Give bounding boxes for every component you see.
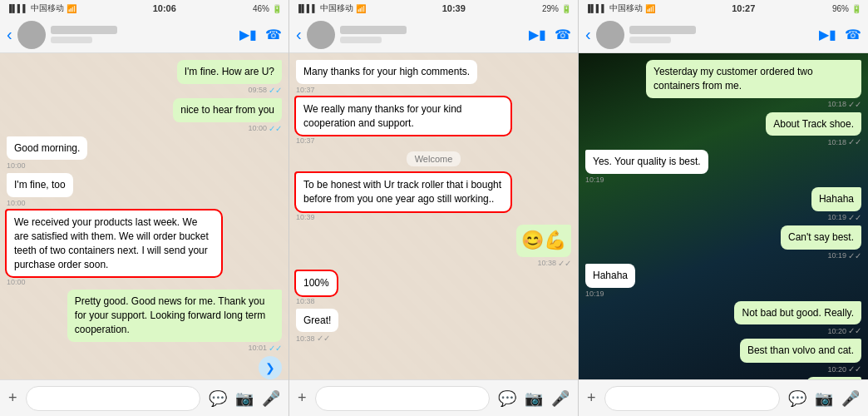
time-label: 10:38 — [537, 259, 556, 267]
chat-bubble-icon[interactable]: 💬 — [788, 389, 806, 408]
sent-message: Can't say best.10:19✓✓ — [781, 225, 861, 260]
received-message: We received your products last week. We … — [7, 210, 221, 286]
phone-icon[interactable]: ☎ — [265, 27, 282, 42]
chat-area: I'm fine. How are U?09:58✓✓nice to hear … — [0, 53, 289, 379]
add-icon[interactable]: + — [587, 389, 596, 407]
message-time: 10:00 — [7, 199, 26, 207]
received-message: Hahaha10:19 — [585, 264, 635, 298]
message-time: 10:00 — [7, 161, 26, 170]
camera-icon[interactable]: 📷 — [815, 389, 833, 408]
message-time: 10:20✓✓ — [827, 326, 861, 335]
message-time: 10:18✓✓ — [827, 137, 861, 146]
signal-icon: ▐▌▌▌ — [296, 4, 318, 12]
sent-message: About Track shoe.10:18✓✓ — [766, 112, 861, 147]
message-bubble: Many thanks for your high comments. — [296, 60, 477, 84]
mic-icon[interactable]: 🎤 — [841, 389, 860, 408]
message-bubble: 100% — [296, 271, 337, 295]
video-icon[interactable]: ▶▮ — [819, 27, 836, 42]
battery-percent: 96% — [832, 4, 849, 13]
camera-icon[interactable]: 📷 — [525, 389, 543, 408]
received-message: 100%10:38 — [296, 271, 337, 305]
back-button[interactable]: ‹ — [7, 25, 12, 44]
time-label: 10:20 — [827, 365, 846, 374]
received-message: Good morning.10:00 — [7, 136, 87, 171]
video-icon[interactable]: ▶▮ — [239, 27, 257, 42]
wifi-icon: 📶 — [67, 4, 76, 13]
chat-bubble-icon[interactable]: 💬 — [209, 389, 227, 408]
battery-icon: 🔋 — [272, 4, 282, 13]
phone-phone2: ▐▌▌▌ 中国移动 📶 10:39 29% 🔋 ‹ ▶▮ ☎ Many than… — [289, 0, 579, 416]
status-bar: ▐▌▌▌ 中国移动 📶 10:27 96% 🔋 — [579, 0, 868, 17]
nav-icons: ▶▮ ☎ — [239, 27, 282, 42]
time-label: 10:37 — [296, 86, 315, 94]
message-bubble: Pretty good. Good news for me. Thank you… — [67, 290, 282, 341]
mic-icon[interactable]: 🎤 — [262, 389, 280, 408]
status-battery: 46% 🔋 — [253, 4, 282, 13]
video-icon[interactable]: ▶▮ — [529, 27, 546, 42]
message-time: 10:39 — [296, 213, 315, 221]
chat-bubble-icon[interactable]: 💬 — [498, 389, 516, 408]
carrier-name: 中国移动 — [31, 2, 64, 14]
status-bar: ▐▌▌▌ 中国移动 📶 10:39 29% 🔋 — [289, 0, 578, 17]
add-icon[interactable]: + — [298, 389, 307, 407]
message-time: 10:19 — [585, 290, 604, 298]
time-label: 10:19 — [827, 251, 846, 260]
sent-message: Pretty good. Good news for me. Thank you… — [67, 290, 282, 379]
received-message: I'm fine, too10:00 — [7, 173, 73, 207]
message-bubble: Good morning. — [7, 136, 87, 161]
mic-icon[interactable]: 🎤 — [551, 389, 570, 408]
avatar — [17, 21, 46, 49]
message-time: 10:19✓✓ — [827, 213, 861, 222]
time-label: 10:38 — [296, 334, 315, 343]
received-message: Yes. Your quality is best.10:19 — [585, 150, 708, 184]
phone-phone3: ▐▌▌▌ 中国移动 📶 10:27 96% 🔋 ‹ ▶▮ ☎ Yesterday… — [579, 0, 868, 416]
received-message: To be honest with Ur track roller that i… — [296, 173, 510, 221]
message-bubble: 😊💪 — [806, 377, 861, 379]
contact-name — [629, 26, 814, 43]
status-time: 10:39 — [442, 3, 466, 13]
message-input[interactable] — [315, 386, 490, 411]
message-time: 10:20✓✓ — [827, 364, 861, 374]
received-message: Great!10:38✓✓ — [296, 309, 338, 344]
wifi-icon: 📶 — [645, 4, 655, 13]
message-time: 10:00 — [7, 278, 26, 286]
time-label: 10:18 — [827, 100, 846, 108]
time-label: 10:20 — [827, 327, 846, 335]
status-time: 10:06 — [153, 3, 176, 13]
time-label: 10:18 — [827, 138, 846, 146]
message-input[interactable] — [26, 386, 200, 411]
wifi-icon: 📶 — [356, 4, 366, 13]
carrier-name: 中国移动 — [320, 2, 353, 14]
bottom-bar: + 💬 📷 🎤 — [289, 379, 578, 416]
scroll-down-button[interactable]: ❯ — [259, 356, 282, 379]
message-time: 10:01✓✓ — [248, 344, 282, 353]
status-battery: 29% 🔋 — [542, 4, 571, 13]
time-label: 10:00 — [7, 199, 26, 207]
message-bubble: I'm fine, too — [7, 173, 73, 197]
avatar — [307, 21, 335, 49]
system-message: Welcome — [407, 151, 461, 166]
sent-message: Best than volvo and cat.10:20✓✓ — [740, 339, 861, 374]
message-bubble: Best than volvo and cat. — [740, 339, 861, 363]
message-bubble: I'm fine. How are U? — [177, 60, 282, 84]
carrier-name: 中国移动 — [609, 2, 643, 14]
add-icon[interactable]: + — [8, 389, 17, 407]
phone-icon[interactable]: ☎ — [555, 27, 571, 42]
bottom-bar: + 💬 📷 🎤 — [0, 379, 289, 416]
message-input[interactable] — [604, 386, 780, 411]
back-button[interactable]: ‹ — [296, 25, 302, 44]
received-message: Many thanks for your high comments.10:37 — [296, 60, 477, 94]
sent-message: Yesterday my customer ordered two contai… — [646, 60, 861, 109]
time-label: 10:38 — [296, 297, 315, 305]
message-time: 10:00✓✓ — [248, 124, 282, 133]
message-time: 10:38✓✓ — [537, 259, 571, 268]
nav-bar: ‹ ▶▮ ☎ — [0, 17, 289, 53]
time-label: 10:01 — [248, 344, 267, 352]
camera-icon[interactable]: 📷 — [235, 389, 254, 408]
message-time: 10:19 — [585, 176, 604, 184]
message-time: 10:37 — [296, 136, 315, 145]
back-button[interactable]: ‹ — [585, 25, 591, 44]
nav-icons: ▶▮ ☎ — [819, 27, 861, 42]
status-carrier: ▐▌▌▌ 中国移动 📶 — [296, 2, 366, 14]
phone-icon[interactable]: ☎ — [845, 27, 861, 42]
